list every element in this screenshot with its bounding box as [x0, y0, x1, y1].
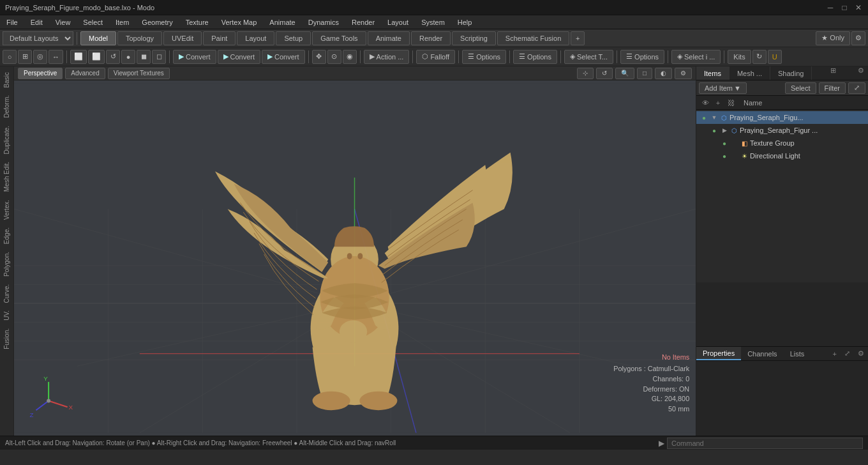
- link-header-icon[interactable]: ⛓: [726, 98, 736, 108]
- select-tool-btn[interactable]: ○: [3, 50, 17, 64]
- vp-settings-btn[interactable]: ⚙: [675, 68, 692, 79]
- options-btn2[interactable]: ☰ Options: [513, 50, 557, 64]
- only-button[interactable]: ★ Only: [816, 31, 850, 45]
- add-layout-button[interactable]: +: [571, 31, 585, 45]
- snap-btn[interactable]: ◎: [33, 50, 47, 64]
- mode-tab-schematic-fusion[interactable]: Schematic Fusion: [497, 31, 569, 45]
- sidebar-tab-vertex[interactable]: Vertex.: [1, 197, 12, 223]
- move-btn[interactable]: ✥: [312, 50, 326, 64]
- expand-panel-icon[interactable]: ⤢: [841, 349, 854, 358]
- mode-tab-animate[interactable]: Animate: [368, 31, 410, 45]
- eye-header-icon[interactable]: 👁: [700, 98, 710, 108]
- sidebar-tab-uv[interactable]: UV.: [1, 307, 12, 324]
- add-tab-icon[interactable]: +: [829, 350, 841, 358]
- menu-item-view[interactable]: View: [49, 15, 77, 29]
- menu-item-animate[interactable]: Animate: [263, 15, 301, 29]
- action-btn[interactable]: ▶ Action ...: [364, 50, 410, 64]
- convert-btn3[interactable]: ▶ Convert: [262, 50, 305, 64]
- sphere-btn[interactable]: ●: [121, 50, 135, 64]
- menu-item-system[interactable]: System: [415, 15, 451, 29]
- convert-btn2[interactable]: ▶ Convert: [218, 50, 261, 64]
- menu-item-texture[interactable]: Texture: [179, 15, 215, 29]
- textures-btn[interactable]: Viewport Textures: [108, 68, 170, 79]
- select-button[interactable]: Select: [785, 82, 816, 94]
- mode-btn[interactable]: ⊙: [327, 50, 341, 64]
- close-button[interactable]: ✕: [854, 3, 863, 12]
- sidebar-tab-mesh-edit[interactable]: Mesh Edit.: [1, 158, 12, 195]
- sidebar-tab-curve[interactable]: Curve.: [1, 281, 12, 306]
- kits-btn[interactable]: Kits: [728, 50, 751, 64]
- grid-btn[interactable]: ⊞: [18, 50, 32, 64]
- undo-history-btn[interactable]: ↺: [106, 50, 120, 64]
- filter-button[interactable]: Filter: [819, 82, 846, 94]
- list-item[interactable]: ● ▼ ⬡ Praying_Seraph_Figu...: [696, 111, 868, 124]
- lists-tab[interactable]: Lists: [784, 347, 811, 360]
- advanced-btn[interactable]: Advanced: [65, 68, 105, 79]
- sidebar-tab-edge[interactable]: Edge.: [1, 224, 12, 247]
- sidebar-tab-polygon[interactable]: Polygon.: [1, 248, 12, 280]
- expand-arrow[interactable]: ▶: [721, 126, 728, 134]
- mode-tab-setup[interactable]: Setup: [276, 31, 311, 45]
- vp-orbit-btn[interactable]: ↺: [596, 68, 613, 79]
- refresh-btn[interactable]: ↻: [752, 50, 767, 64]
- mesh-tab[interactable]: Mesh ...: [730, 66, 770, 80]
- command-input[interactable]: [667, 438, 863, 449]
- visibility-toggle[interactable]: ●: [709, 125, 719, 135]
- sidebar-tab-deform[interactable]: Deform.: [1, 92, 12, 121]
- mode-tab-scripting[interactable]: Scripting: [452, 31, 496, 45]
- paste-btn[interactable]: ⬜: [88, 50, 105, 64]
- settings-panel-icon[interactable]: ⚙: [854, 349, 868, 358]
- minimize-button[interactable]: ─: [826, 3, 835, 12]
- mode-tab-model[interactable]: Model: [80, 31, 116, 45]
- menu-item-item[interactable]: Item: [109, 15, 135, 29]
- panel-settings-icon[interactable]: ⚙: [854, 66, 868, 80]
- vp-zoom-btn[interactable]: 🔍: [615, 68, 634, 79]
- vp-frame-btn[interactable]: □: [637, 68, 652, 79]
- select-tool-btn2[interactable]: ◈ Select T...: [564, 50, 613, 64]
- visibility-toggle[interactable]: ●: [719, 138, 730, 148]
- maximize-button[interactable]: □: [840, 3, 849, 12]
- channels-tab[interactable]: Channels: [741, 347, 783, 360]
- transform-btn[interactable]: ↔: [49, 50, 63, 64]
- settings-button[interactable]: ⚙: [851, 31, 865, 45]
- mode-tab-paint[interactable]: Paint: [203, 31, 236, 45]
- menu-item-geometry[interactable]: Geometry: [135, 15, 179, 29]
- select-i-btn[interactable]: ◈ Select i ...: [671, 50, 721, 64]
- falloff-btn[interactable]: ⬡ Falloff: [416, 50, 455, 64]
- list-item[interactable]: ● ◧ Texture Group: [717, 137, 868, 149]
- mode-tab-render[interactable]: Render: [411, 31, 451, 45]
- mode-tab-layout[interactable]: Layout: [237, 31, 274, 45]
- viewport-3d[interactable]: No Items Polygons : Catmull-Clark Channe…: [14, 80, 696, 436]
- perspective-btn[interactable]: Perspective: [18, 68, 63, 79]
- properties-tab[interactable]: Properties: [696, 347, 741, 360]
- panel-expand-icon[interactable]: ⊞: [827, 66, 840, 80]
- copy-btn[interactable]: ⬜: [70, 50, 87, 64]
- vp-home-btn[interactable]: ⊹: [577, 68, 594, 79]
- render-btn[interactable]: ◉: [343, 50, 357, 64]
- menu-item-help[interactable]: Help: [451, 15, 479, 29]
- shading-tab[interactable]: Shading: [770, 66, 812, 80]
- wire-btn[interactable]: ◻: [152, 50, 166, 64]
- menu-item-edit[interactable]: Edit: [24, 15, 49, 29]
- expand-button[interactable]: ⤢: [848, 82, 865, 94]
- options-btn1[interactable]: ☰ Options: [462, 50, 506, 64]
- add-header-icon[interactable]: +: [713, 98, 723, 108]
- vp-shading-btn[interactable]: ◐: [655, 68, 672, 79]
- menu-item-vertex map[interactable]: Vertex Map: [215, 15, 264, 29]
- menu-item-dynamics[interactable]: Dynamics: [302, 15, 345, 29]
- menu-item-file[interactable]: File: [0, 15, 24, 29]
- mode-tab-uvedit[interactable]: UVEdit: [163, 31, 202, 45]
- menu-item-render[interactable]: Render: [345, 15, 381, 29]
- list-item[interactable]: ● ▶ ⬡ Praying_Seraph_Figur ...: [707, 124, 868, 137]
- expand-arrow[interactable]: ▼: [710, 114, 718, 121]
- sidebar-tab-fusion[interactable]: Fusion.: [1, 325, 12, 353]
- mode-tab-topology[interactable]: Topology: [117, 31, 162, 45]
- cube-btn[interactable]: ◼: [137, 50, 151, 64]
- sidebar-tab-duplicate[interactable]: Duplicate.: [1, 123, 12, 157]
- options-btn3[interactable]: ☰ Options: [620, 50, 664, 64]
- logo-btn[interactable]: U: [768, 50, 782, 64]
- visibility-toggle[interactable]: ●: [719, 151, 730, 161]
- menu-item-layout[interactable]: Layout: [381, 15, 415, 29]
- sidebar-tab-basic[interactable]: Basic: [1, 69, 12, 91]
- visibility-toggle[interactable]: ●: [699, 112, 709, 123]
